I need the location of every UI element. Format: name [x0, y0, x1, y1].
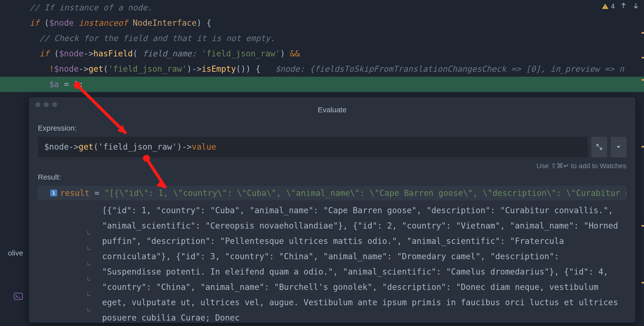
warning-icon [602, 3, 609, 10]
result-preview: "[{\"id\": 1, \"country\": \"Cuba\", \"a… [104, 188, 626, 198]
keyword-if: if [39, 49, 49, 58]
method-call: get [88, 64, 104, 74]
code-line: !$node->get('field_json_raw')->isEmpty()… [0, 61, 644, 77]
string-literal: 'field_json_raw' [202, 49, 280, 58]
expression-input[interactable]: $node->get('field_json_raw')->value [38, 137, 588, 157]
result-badge-icon: 1 [50, 190, 57, 196]
method-call: hasField [94, 49, 133, 58]
svg-rect-1 [605, 8, 606, 8]
prev-highlight-button[interactable] [620, 2, 627, 11]
svg-rect-2 [14, 293, 22, 300]
variable: $node [49, 18, 74, 28]
wrap-indicator-icon: ↳ [87, 244, 91, 252]
inspection-widget[interactable]: 4 [602, 2, 640, 11]
shortcut-hint: Use ⇧⌘↵ to add to Watches [38, 162, 626, 170]
number-literal: 1 [74, 80, 79, 89]
logical-and: && [285, 49, 300, 58]
comment: // Check for the field and that it is no… [10, 34, 275, 43]
traffic-dot[interactable] [44, 102, 49, 107]
history-dropdown[interactable] [610, 137, 626, 157]
wrap-indicator-icon: ↳ [87, 229, 91, 237]
method-call: isEmpty [202, 64, 236, 74]
wrap-indicator-icon: ↳ [87, 260, 91, 268]
inline-variable-hint: $node: {fieldsToSkipFromTranslationChang… [260, 64, 624, 74]
variable: $node [54, 64, 79, 74]
code-line: if ($node->hasField( field_name: 'field_… [0, 46, 644, 61]
keyword-if: if [30, 18, 39, 28]
warnings-indicator[interactable]: 4 [602, 3, 615, 10]
expand-button[interactable] [591, 137, 607, 157]
wrap-indicator-icon: ↳ [87, 291, 91, 298]
parameter-hint: field_name: [138, 49, 202, 58]
minimap-markers[interactable] [641, 17, 644, 326]
wrap-indicator-icon: ↳ [87, 306, 91, 314]
variable: $node [59, 49, 84, 58]
result-label: Result: [38, 173, 626, 181]
expand-icon [596, 143, 603, 151]
next-highlight-button[interactable] [632, 2, 640, 11]
code-line: // Check for the field and that it is no… [0, 31, 644, 46]
terminal-icon[interactable] [14, 293, 23, 300]
code-line: if ($node instanceof NodeInterface) { [0, 15, 644, 31]
popup-title: Evaluate [38, 106, 626, 114]
traffic-dot[interactable] [35, 102, 40, 107]
result-expanded-text[interactable]: [{"id": 1, "country": "Cuba", "animal_na… [38, 200, 626, 326]
wrap-indicator-icon: ↳ [87, 275, 91, 283]
truncated-tab-label: olive [8, 249, 23, 257]
breakpoint-line[interactable]: $a = 1; [0, 77, 644, 92]
type-name: NodeInterface [133, 18, 196, 28]
traffic-dot[interactable] [52, 102, 57, 107]
keyword-instanceof: instanceof [79, 18, 128, 28]
result-keyword: result [60, 188, 90, 198]
expression-label: Expression: [38, 124, 626, 132]
result-row[interactable]: 1 result = "[{\"id\": 1, \"country\": \"… [38, 186, 626, 200]
comment: // If instance of a node. [10, 3, 152, 12]
window-traffic-lights[interactable] [35, 102, 57, 107]
svg-rect-0 [605, 6, 606, 7]
logical-not: ! [49, 64, 54, 74]
string-literal: 'field_json_raw' [108, 64, 187, 74]
chevron-down-icon [616, 144, 621, 150]
warning-count: 4 [611, 3, 615, 10]
code-editor[interactable]: // If instance of a node. if ($node inst… [0, 0, 644, 92]
evaluate-expression-popup[interactable]: Evaluate Expression: $node->get('field_j… [29, 98, 635, 322]
variable: $a [49, 80, 59, 89]
code-line: // If instance of a node. [0, 0, 644, 15]
